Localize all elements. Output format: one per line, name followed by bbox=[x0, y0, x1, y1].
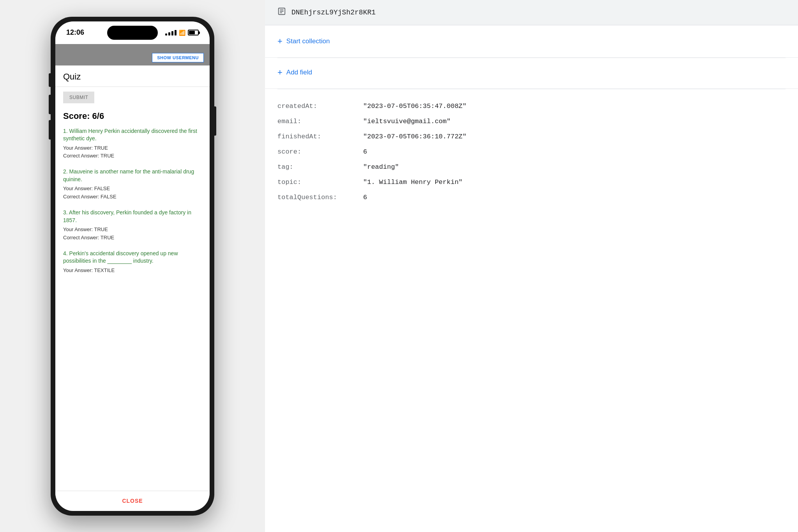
your-answer-3: Your Answer: TRUE bbox=[63, 226, 202, 234]
field-key-tag: tag: bbox=[277, 163, 363, 171]
firestore-header: DNEhjrszL9YjSh2r8KR1 bbox=[265, 0, 798, 25]
your-answer-1: Your Answer: TRUE bbox=[63, 144, 202, 152]
status-bar: 12:06 📶 bbox=[55, 21, 210, 44]
q4-suffix: industry. bbox=[133, 258, 154, 264]
your-answer-4: Your Answer: TEXTILE bbox=[63, 267, 202, 275]
score-display: Score: 6/6 bbox=[55, 108, 210, 127]
bottom-bar: CLOSE bbox=[55, 491, 210, 511]
silent-switch bbox=[49, 73, 51, 87]
field-value-finishedAt: "2023-07-05T06:36:10.772Z" bbox=[363, 133, 466, 140]
question-text-2: 2. Mauveine is another name for the anti… bbox=[63, 168, 202, 183]
field-row-finishedAt: finishedAt: "2023-07-05T06:36:10.772Z" bbox=[277, 129, 786, 144]
field-value-email: "ieltsvuive@gmail.com" bbox=[363, 118, 450, 125]
power-button bbox=[214, 106, 216, 136]
document-id: DNEhjrszL9YjSh2r8KR1 bbox=[291, 9, 376, 16]
questions-list: 1. William Henry Perkin accidentally dis… bbox=[55, 127, 210, 283]
start-collection-button[interactable]: + Start collection bbox=[277, 33, 330, 49]
correct-answer-1: Correct Answer: TRUE bbox=[63, 152, 202, 160]
document-icon bbox=[277, 7, 286, 18]
field-value-score: 6 bbox=[363, 148, 367, 156]
close-button[interactable]: CLOSE bbox=[122, 498, 143, 504]
field-row-totalQuestions: totalQuestions: 6 bbox=[277, 190, 786, 205]
question-item-3: 3. After his discovery, Perkin founded a… bbox=[63, 209, 202, 242]
start-collection-label: Start collection bbox=[286, 37, 330, 45]
question-text-1: 1. William Henry Perkin accidentally dis… bbox=[63, 127, 202, 143]
quiz-header: Quiz bbox=[55, 65, 210, 87]
show-usermenu-button[interactable]: SHOW USERMENU bbox=[152, 53, 204, 62]
plus-icon: + bbox=[277, 36, 282, 46]
question-item-1: 1. William Henry Perkin accidentally dis… bbox=[63, 127, 202, 161]
app-content: Quiz SUBMIT Score: 6/6 1. William Henry … bbox=[55, 65, 210, 491]
phone-screen: 12:06 📶 SHOW USERMENU bbox=[55, 21, 210, 511]
field-key-topic: topic: bbox=[277, 179, 363, 186]
quiz-title: Quiz bbox=[63, 72, 81, 81]
firestore-panel: DNEhjrszL9YjSh2r8KR1 + Start collection … bbox=[265, 0, 798, 532]
q4-blank: ________ bbox=[108, 258, 132, 264]
status-time: 12:06 bbox=[66, 28, 84, 37]
field-key-createdAt: createdAt: bbox=[277, 103, 363, 110]
plus-icon-2: + bbox=[277, 67, 282, 78]
correct-answer-2: Correct Answer: FALSE bbox=[63, 193, 202, 201]
field-key-finishedAt: finishedAt: bbox=[277, 133, 363, 140]
field-value-totalQuestions: 6 bbox=[363, 194, 367, 201]
field-row-score: score: 6 bbox=[277, 144, 786, 159]
field-key-totalQuestions: totalQuestions: bbox=[277, 194, 363, 201]
status-icons: 📶 bbox=[165, 30, 199, 36]
field-value-tag: "reading" bbox=[363, 163, 399, 171]
dynamic-island bbox=[107, 26, 158, 40]
field-row-topic: topic: "1. William Henry Perkin" bbox=[277, 175, 786, 190]
add-field-label: Add field bbox=[286, 69, 312, 76]
battery-icon bbox=[188, 30, 199, 35]
start-collection-section: + Start collection bbox=[265, 25, 798, 58]
field-row-tag: tag: "reading" bbox=[277, 159, 786, 175]
signal-icon bbox=[165, 30, 177, 35]
question-text-4: 4. Perkin's accidental discovery opened … bbox=[63, 250, 202, 265]
field-value-createdAt: "2023-07-05T06:35:47.008Z" bbox=[363, 103, 466, 110]
correct-answer-3: Correct Answer: TRUE bbox=[63, 234, 202, 242]
fields-section: createdAt: "2023-07-05T06:35:47.008Z" em… bbox=[265, 89, 798, 214]
wifi-icon: 📶 bbox=[179, 30, 185, 36]
question-text-3: 3. After his discovery, Perkin founded a… bbox=[63, 209, 202, 224]
field-row-email: email: "ieltsvuive@gmail.com" bbox=[277, 114, 786, 129]
field-row-createdAt: createdAt: "2023-07-05T06:35:47.008Z" bbox=[277, 99, 786, 114]
volume-up-button bbox=[49, 95, 51, 114]
submit-button[interactable]: SUBMIT bbox=[63, 92, 94, 103]
add-field-section: + Add field bbox=[265, 58, 798, 89]
field-key-email: email: bbox=[277, 118, 363, 125]
app-header: SHOW USERMENU bbox=[55, 44, 210, 65]
volume-down-button bbox=[49, 120, 51, 140]
question-item-4: 4. Perkin's accidental discovery opened … bbox=[63, 250, 202, 275]
field-key-score: score: bbox=[277, 148, 363, 156]
your-answer-2: Your Answer: FALSE bbox=[63, 185, 202, 193]
phone-mockup: 12:06 📶 SHOW USERMENU bbox=[51, 17, 214, 516]
field-value-topic: "1. William Henry Perkin" bbox=[363, 179, 463, 186]
submit-area: SUBMIT bbox=[55, 87, 210, 108]
add-field-button[interactable]: + Add field bbox=[277, 64, 312, 81]
left-panel: 12:06 📶 SHOW USERMENU bbox=[0, 0, 265, 532]
question-item-2: 2. Mauveine is another name for the anti… bbox=[63, 168, 202, 201]
